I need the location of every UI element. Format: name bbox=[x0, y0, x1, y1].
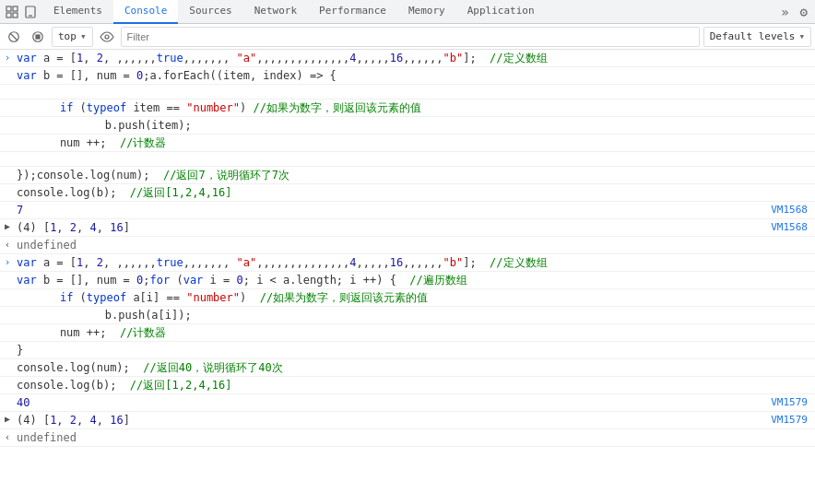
console-input-1i: console.log(b); //返回[1,2,4,16] bbox=[0, 184, 815, 202]
code-line-2b: var b = [], num = 0;for (var i = 0; i < … bbox=[15, 273, 815, 287]
source-vm1579-2[interactable]: VM1579 bbox=[771, 413, 815, 426]
inspect-icon[interactable] bbox=[4, 4, 20, 20]
back-arrow-2: ‹ bbox=[0, 430, 15, 443]
code-line-1e: b.push(item); bbox=[15, 118, 815, 133]
tab-application[interactable]: Application bbox=[456, 0, 546, 24]
console-input-1h: });console.log(num); //返回7，说明循环了7次 bbox=[0, 167, 815, 184]
code-line-2d: b.push(a[i]); bbox=[15, 308, 815, 322]
output-prefix-7 bbox=[0, 203, 15, 204]
empty-prefix bbox=[0, 68, 15, 69]
context-selector[interactable]: top ▾ bbox=[52, 27, 93, 47]
empty-prefix-h bbox=[0, 168, 15, 169]
console-toolbar: top ▾ Default levels ▾ bbox=[0, 24, 815, 50]
tab-bar: Elements Console Sources Network Perform… bbox=[0, 0, 815, 24]
source-vm1568-1[interactable]: VM1568 bbox=[771, 203, 815, 216]
levels-dropdown-arrow: ▾ bbox=[798, 30, 805, 42]
console-input-2c: if (typeof a[i] == "number") //如果为数字，则返回… bbox=[0, 289, 815, 307]
array-value-2[interactable]: (4) [1, 2, 4, 16] bbox=[15, 413, 771, 428]
undefined-value-1: undefined bbox=[15, 238, 815, 252]
eye-button[interactable] bbox=[97, 27, 117, 47]
console-input-2f: } bbox=[0, 342, 815, 359]
output-7: 7 VM1568 bbox=[0, 202, 815, 219]
tab-performance[interactable]: Performance bbox=[308, 0, 397, 24]
svg-rect-1 bbox=[13, 6, 18, 11]
code-line-2f: } bbox=[15, 343, 815, 357]
empty-prefix-2c bbox=[0, 290, 15, 291]
expand-arrow-2[interactable]: ▶ bbox=[0, 413, 15, 424]
more-tabs-button[interactable]: » bbox=[777, 3, 792, 21]
code-line-1b: var b = [], num = 0;a.forEach((item, ind… bbox=[15, 68, 815, 83]
console-input-2g: console.log(num); //返回40，说明循环了40次 bbox=[0, 359, 815, 377]
input-prompt-1: › bbox=[0, 51, 15, 64]
svg-rect-2 bbox=[6, 13, 11, 18]
empty-prefix-g bbox=[0, 153, 15, 154]
empty-prefix-c bbox=[0, 86, 15, 87]
tab-memory[interactable]: Memory bbox=[397, 0, 456, 24]
tab-console[interactable]: Console bbox=[113, 0, 178, 24]
back-arrow-1: ‹ bbox=[0, 238, 15, 251]
stop-button[interactable] bbox=[28, 27, 48, 47]
svg-rect-3 bbox=[13, 13, 18, 18]
code-line-2a: var a = [1, 2, ,,,,,,true,,,,,,, "a",,,,… bbox=[15, 255, 815, 270]
svg-line-7 bbox=[11, 33, 18, 40]
console-input-1f: num ++; //计数器 bbox=[0, 135, 815, 152]
console-input-1d: if (typeof item == "number") //如果为数字，则返回… bbox=[0, 100, 815, 117]
svg-point-10 bbox=[105, 35, 109, 39]
tab-elements[interactable]: Elements bbox=[42, 0, 113, 24]
empty-prefix-2g bbox=[0, 360, 15, 361]
devtools-icons bbox=[4, 4, 39, 20]
console-input-1c bbox=[0, 85, 815, 100]
code-line-1h: });console.log(num); //返回7，说明循环了7次 bbox=[15, 168, 815, 182]
undefined-2: ‹ undefined bbox=[0, 429, 815, 447]
svg-rect-9 bbox=[35, 34, 40, 39]
console-input-2e: num ++; //计数器 bbox=[0, 324, 815, 342]
empty-prefix-2h bbox=[0, 378, 15, 379]
empty-prefix-2b bbox=[0, 273, 15, 274]
svg-rect-0 bbox=[6, 6, 11, 11]
array-value-1[interactable]: (4) [1, 2, 4, 16] bbox=[15, 220, 771, 235]
console-input-2h: console.log(b); //返回[1,2,4,16] bbox=[0, 377, 815, 394]
settings-button[interactable]: ⚙ bbox=[797, 3, 811, 21]
source-link bbox=[808, 51, 815, 52]
console-output[interactable]: › var a = [1, 2, ,,,,,,true,,,,,,, "a",,… bbox=[0, 50, 815, 504]
code-line-1a: var a = [1, 2, ,,,,,,true,,,,,,, "a",,,,… bbox=[15, 51, 808, 65]
empty-prefix-2f bbox=[0, 343, 15, 344]
output-value-40: 40 bbox=[15, 395, 771, 410]
filter-input[interactable] bbox=[121, 27, 700, 47]
console-input-1e: b.push(item); bbox=[0, 117, 815, 135]
tab-bar-right: » ⚙ bbox=[777, 3, 811, 21]
code-line-2h: console.log(b); //返回[1,2,4,16] bbox=[15, 378, 815, 393]
empty-prefix-i bbox=[0, 185, 15, 186]
console-input-2a: › var a = [1, 2, ,,,,,,true,,,,,,, "a",,… bbox=[0, 254, 815, 272]
console-input-1g bbox=[0, 152, 815, 167]
console-input-1b: var b = [], num = 0;a.forEach((item, ind… bbox=[0, 67, 815, 85]
console-input-2d: b.push(a[i]); bbox=[0, 307, 815, 324]
output-value-7: 7 bbox=[15, 203, 771, 217]
undefined-1: ‹ undefined bbox=[0, 237, 815, 254]
code-line-1f: num ++; //计数器 bbox=[15, 135, 815, 150]
array-output-1: ▶ (4) [1, 2, 4, 16] VM1568 bbox=[0, 219, 815, 237]
empty-prefix-e bbox=[0, 118, 15, 119]
code-line-2c: if (typeof a[i] == "number") //如果为数字，则返回… bbox=[15, 290, 815, 305]
tab-sources[interactable]: Sources bbox=[178, 0, 242, 24]
expand-arrow-1[interactable]: ▶ bbox=[0, 220, 15, 231]
input-prompt-2: › bbox=[0, 255, 15, 268]
output-40: 40 VM1579 bbox=[0, 394, 815, 412]
console-input-2b: var b = [], num = 0;for (var i = 0; i < … bbox=[0, 272, 815, 289]
empty-prefix-2d bbox=[0, 308, 15, 309]
output-prefix-40 bbox=[0, 395, 15, 396]
tab-network[interactable]: Network bbox=[243, 0, 308, 24]
code-line-2g: console.log(num); //返回40，说明循环了40次 bbox=[15, 360, 815, 375]
array-output-2: ▶ (4) [1, 2, 4, 16] VM1579 bbox=[0, 412, 815, 429]
code-line-1i: console.log(b); //返回[1,2,4,16] bbox=[15, 185, 815, 200]
mobile-icon[interactable] bbox=[22, 4, 39, 20]
undefined-value-2: undefined bbox=[15, 430, 815, 445]
clear-console-button[interactable] bbox=[4, 27, 24, 47]
empty-prefix-2e bbox=[0, 325, 15, 326]
source-vm1579-1[interactable]: VM1579 bbox=[771, 395, 815, 408]
context-dropdown-arrow: ▾ bbox=[80, 30, 87, 42]
log-levels-selector[interactable]: Default levels ▾ bbox=[703, 27, 811, 47]
code-line-2e: num ++; //计数器 bbox=[15, 325, 815, 340]
empty-prefix-f bbox=[0, 135, 15, 136]
source-vm1568-2[interactable]: VM1568 bbox=[771, 220, 815, 233]
